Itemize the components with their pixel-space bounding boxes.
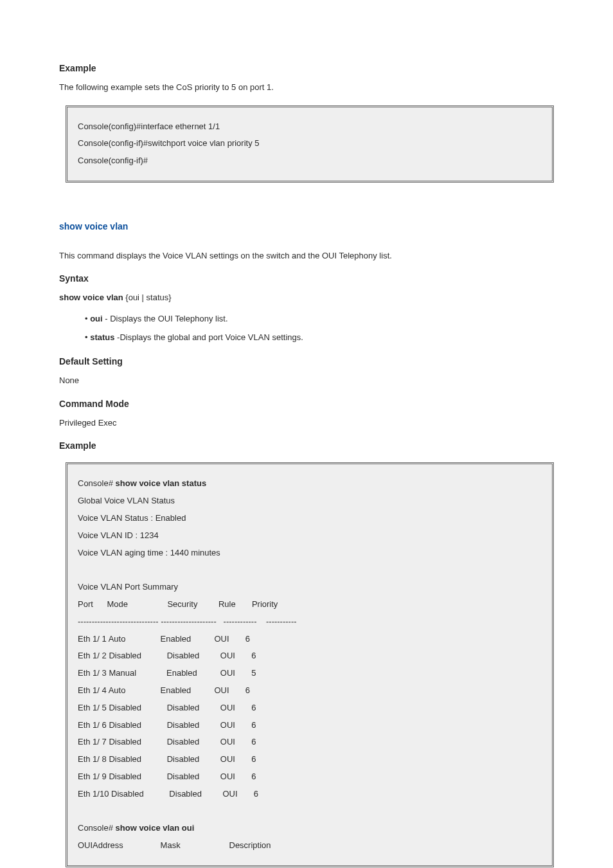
default-value: None	[59, 374, 554, 387]
code-line: Voice VLAN ID : 1234	[78, 529, 542, 543]
code-line: Voice VLAN Port Summary	[78, 581, 542, 594]
code-line: Eth 1/ 7 Disabled Disabled OUI 6	[78, 736, 542, 749]
code-line: Console(config-if)#switchport voice vlan…	[78, 137, 542, 150]
code-line: ----------------------------- ----------…	[78, 615, 542, 629]
example-text: The following example sets the CoS prior…	[59, 81, 554, 94]
code-line: Port Mode Security Rule Priority	[78, 598, 542, 611]
code-line: Console(config)#interface ethernet 1/1	[78, 120, 542, 134]
syntax-option: • status -Displays the global and port V…	[85, 330, 554, 345]
code-line: Eth 1/ 9 Disabled Disabled OUI 6	[78, 770, 542, 784]
command-link[interactable]: show voice vlan	[59, 221, 554, 231]
code-line	[78, 563, 542, 577]
code-line: Eth 1/10 Disabled Disabled OUI 6	[78, 788, 542, 801]
syntax-option-bold: status	[90, 332, 114, 342]
code-block-1: Console(config)#interface ethernet 1/1Co…	[66, 105, 554, 183]
syntax-option-rest: -Displays the global and port Voice VLAN…	[114, 332, 303, 342]
code-block-2: Console# show voice vlan statusGlobal Vo…	[66, 462, 554, 867]
syntax-option: • oui - Displays the OUI Telephony list.	[85, 312, 554, 327]
syntax-command-bold: show voice vlan	[59, 293, 123, 302]
code-line: OUIAddress Mask Description	[78, 839, 542, 853]
command-mode-value: Privileged Exec	[59, 417, 554, 429]
syntax-option-bold: oui	[90, 314, 103, 323]
command-mode-heading: Command Mode	[59, 399, 554, 409]
code-line: Eth 1/ 8 Disabled Disabled OUI 6	[78, 753, 542, 766]
example-heading: Example	[59, 440, 554, 451]
code-line: Eth 1/ 3 Manual Enabled OUI 5	[78, 667, 542, 680]
code-line: Voice VLAN aging time : 1440 minutes	[78, 547, 542, 560]
code-line: Eth 1/ 2 Disabled Disabled OUI 6	[78, 649, 542, 663]
syntax-heading: Syntax	[59, 273, 554, 284]
code-line: Console# show voice vlan status	[78, 477, 542, 491]
syntax-option-rest: - Displays the OUI Telephony list.	[103, 314, 228, 323]
code-line: Global Voice VLAN Status	[78, 494, 542, 508]
code-line: Console(config-if)#	[78, 154, 542, 168]
code-line: Voice VLAN Status : Enabled	[78, 512, 542, 525]
code-line: Console# show voice vlan oui	[78, 822, 542, 835]
syntax-command: show voice vlan {oui | status}	[59, 291, 554, 304]
default-heading: Default Setting	[59, 356, 554, 366]
code-line: Eth 1/ 1 Auto Enabled OUI 6	[78, 633, 542, 646]
code-line: Eth 1/ 4 Auto Enabled OUI 6	[78, 684, 542, 698]
command-description: This command displays the Voice VLAN set…	[59, 249, 554, 262]
code-line: Eth 1/ 6 Disabled Disabled OUI 6	[78, 719, 542, 732]
code-line	[78, 805, 542, 818]
example-heading: Example	[59, 63, 554, 73]
code-line: Eth 1/ 5 Disabled Disabled OUI 6	[78, 701, 542, 715]
syntax-command-rest: {oui | status}	[123, 293, 172, 302]
